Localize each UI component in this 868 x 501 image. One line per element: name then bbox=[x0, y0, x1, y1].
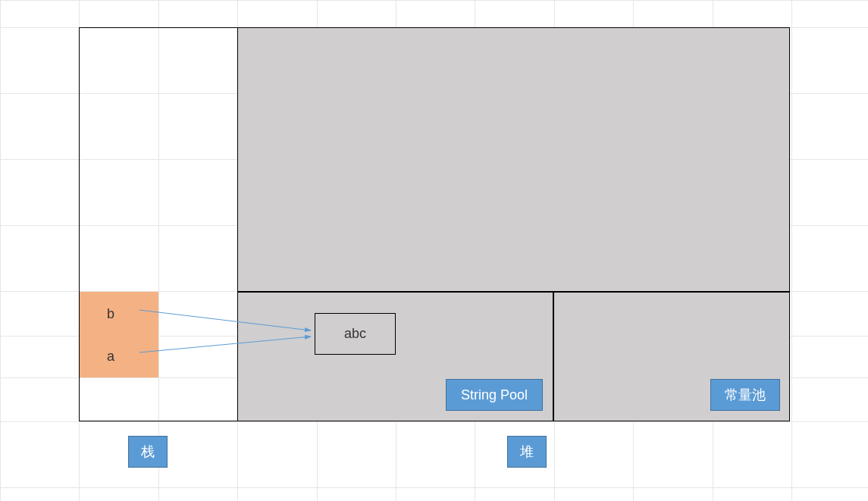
stack-cell-a: a bbox=[80, 336, 158, 377]
stack-label: 栈 bbox=[128, 436, 168, 468]
stack-var-b-label: b bbox=[107, 306, 114, 322]
string-pool-label: String Pool bbox=[446, 379, 543, 411]
memory-outer-box bbox=[79, 27, 790, 421]
string-object-box: abc bbox=[315, 313, 396, 355]
stack-var-a-label: a bbox=[107, 349, 114, 365]
stack-cell-b: b bbox=[80, 292, 158, 336]
constant-pool-label: 常量池 bbox=[710, 379, 780, 411]
string-object-value: abc bbox=[344, 326, 366, 342]
heap-label: 堆 bbox=[507, 436, 547, 468]
